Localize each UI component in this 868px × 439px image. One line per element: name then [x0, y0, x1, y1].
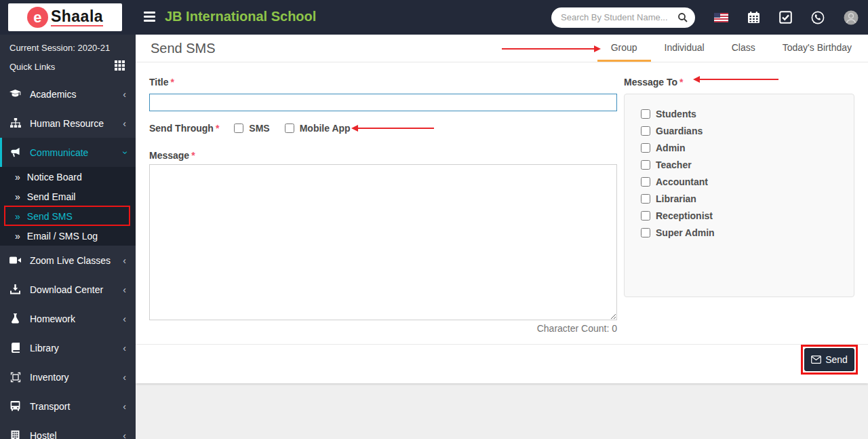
admin-checkbox[interactable] — [641, 143, 650, 153]
menu-toggle-icon[interactable] — [144, 12, 155, 22]
message-to-label: Message To* — [624, 77, 684, 88]
submenu-item-label: Email / SMS Log — [27, 231, 98, 242]
submenu-item-label: Send SMS — [27, 211, 73, 222]
tab-bar: Group Individual Class Today's Birthday — [597, 35, 868, 62]
message-label: Message* — [149, 150, 195, 161]
communicate-submenu: » Notice Board » Send Email » Send SMS »… — [0, 167, 136, 246]
mobile-app-checkbox[interactable] — [285, 123, 294, 133]
sidebar-item-human-resource[interactable]: Human Resource ‹ — [0, 109, 136, 138]
send-button-label: Send — [825, 354, 848, 365]
required-marker: * — [171, 77, 174, 88]
super-admin-checkbox[interactable] — [641, 228, 650, 237]
current-session-label: Current Session: 2020-21 — [0, 35, 136, 54]
message-to-option-guardians[interactable]: Guardians — [641, 122, 854, 139]
search-icon[interactable] — [677, 12, 688, 23]
message-to-option-receptionist[interactable]: Receptionist — [641, 207, 854, 224]
grid-icon[interactable] — [115, 60, 125, 73]
accountant-checkbox[interactable] — [641, 177, 650, 187]
message-to-option-students[interactable]: Students — [641, 105, 854, 122]
sidebar-item-academics[interactable]: Academics ‹ — [0, 79, 136, 109]
librarian-checkbox[interactable] — [641, 194, 650, 204]
chevron-left-icon: ‹ — [123, 256, 126, 265]
students-checkbox[interactable] — [641, 109, 650, 119]
sidebar-item-download-center[interactable]: Download Center ‹ — [0, 275, 136, 304]
message-to-option-accountant[interactable]: Accountant — [641, 173, 854, 190]
video-camera-icon — [9, 256, 21, 265]
teacher-checkbox[interactable] — [641, 160, 650, 170]
search-input[interactable] — [561, 12, 677, 22]
send-through-option-sms[interactable]: SMS — [234, 123, 269, 134]
chevron-left-icon: ‹ — [123, 314, 126, 324]
sidebar-item-hostel[interactable]: Hostel ‹ — [0, 421, 136, 439]
message-to-panel: Students Guardians Admin Teacher Account… — [624, 94, 854, 297]
sidebar-item-zoom-live-classes[interactable]: Zoom Live Classes ‹ — [0, 246, 136, 275]
double-angle-icon: » — [15, 191, 20, 202]
submenu-item-label: Notice Board — [27, 172, 82, 183]
sidebar-item-library[interactable]: Library ‹ — [0, 333, 136, 362]
required-marker: * — [679, 77, 683, 88]
quick-links[interactable]: Quick Links — [0, 54, 136, 78]
title-input[interactable] — [149, 94, 617, 111]
building-icon — [9, 430, 21, 439]
tab-individual[interactable]: Individual — [651, 35, 718, 62]
submenu-item-label: Send Email — [27, 191, 76, 202]
eshaala-logo[interactable]: e Shaala — [8, 3, 122, 31]
submenu-item-send-sms[interactable]: » Send SMS — [0, 206, 136, 226]
sidebar-item-label: Transport — [30, 401, 70, 412]
submenu-item-notice-board[interactable]: » Notice Board — [0, 167, 136, 187]
required-marker: * — [191, 150, 195, 161]
language-flag-icon[interactable] — [714, 13, 728, 22]
message-to-option-librarian[interactable]: Librarian — [641, 190, 854, 207]
title-label: Title* — [149, 77, 174, 88]
user-avatar[interactable] — [844, 10, 859, 25]
submenu-item-send-email[interactable]: » Send Email — [0, 187, 136, 206]
tab-group[interactable]: Group — [597, 35, 651, 62]
sidebar-item-transport[interactable]: Transport ‹ — [0, 392, 136, 421]
highlight-box-send-button: Send — [801, 345, 858, 375]
chevron-left-icon: ‹ — [123, 402, 126, 411]
chevron-left-icon: ‹ — [123, 90, 126, 99]
message-to-option-super-admin[interactable]: Super Admin — [641, 224, 854, 241]
double-angle-icon: » — [15, 231, 20, 242]
send-button[interactable]: Send — [804, 348, 854, 371]
sidebar-item-label: Communicate — [30, 147, 88, 158]
double-angle-icon: » — [15, 211, 20, 222]
sms-checkbox[interactable] — [234, 123, 243, 133]
message-textarea[interactable] — [149, 164, 617, 320]
sidebar-item-inventory[interactable]: Inventory ‹ — [0, 362, 136, 392]
chevron-left-icon: ‹ — [123, 373, 126, 382]
sidebar-item-label: Zoom Live Classes — [30, 255, 111, 266]
card-header: Send SMS Group Individual Class Today's … — [136, 35, 868, 62]
submenu-item-email-sms-log[interactable]: » Email / SMS Log — [0, 226, 136, 246]
guardians-checkbox[interactable] — [641, 126, 650, 136]
quick-links-label: Quick Links — [9, 62, 55, 72]
chevron-left-icon: ‹ — [123, 285, 126, 294]
send-through-label: Send Through* — [149, 123, 219, 134]
message-to-option-admin[interactable]: Admin — [641, 139, 854, 156]
double-angle-icon: » — [15, 172, 20, 183]
tab-todays-birthday[interactable]: Today's Birthday — [769, 35, 865, 62]
sidebar: Current Session: 2020-21 Quick Links Aca… — [0, 35, 136, 439]
sidebar-item-homework[interactable]: Homework ‹ — [0, 304, 136, 333]
message-to-option-teacher[interactable]: Teacher — [641, 156, 854, 173]
receptionist-checkbox[interactable] — [641, 211, 650, 221]
sidebar-item-communicate[interactable]: Communicate ‹ — [0, 138, 136, 167]
envelope-icon — [811, 356, 821, 364]
tasks-icon[interactable] — [779, 11, 792, 24]
sidebar-nav: Academics ‹ Human Resource ‹ Communicate… — [0, 79, 136, 439]
footer-divider — [136, 344, 868, 345]
download-icon — [9, 284, 21, 294]
character-count: Character Count: 0 — [149, 323, 617, 334]
header-actions — [551, 0, 868, 35]
tab-class[interactable]: Class — [718, 35, 769, 62]
student-search — [551, 7, 695, 28]
bus-icon — [9, 401, 21, 411]
whatsapp-icon[interactable] — [811, 11, 825, 24]
school-name: JB International School — [165, 9, 316, 24]
page-title: Send SMS — [136, 41, 216, 56]
send-through-option-mobile-app[interactable]: Mobile App — [285, 123, 351, 134]
sidebar-item-label: Human Resource — [30, 118, 104, 129]
calendar-icon[interactable] — [747, 11, 760, 24]
sidebar-item-label: Download Center — [30, 284, 103, 295]
flask-icon — [9, 313, 21, 324]
